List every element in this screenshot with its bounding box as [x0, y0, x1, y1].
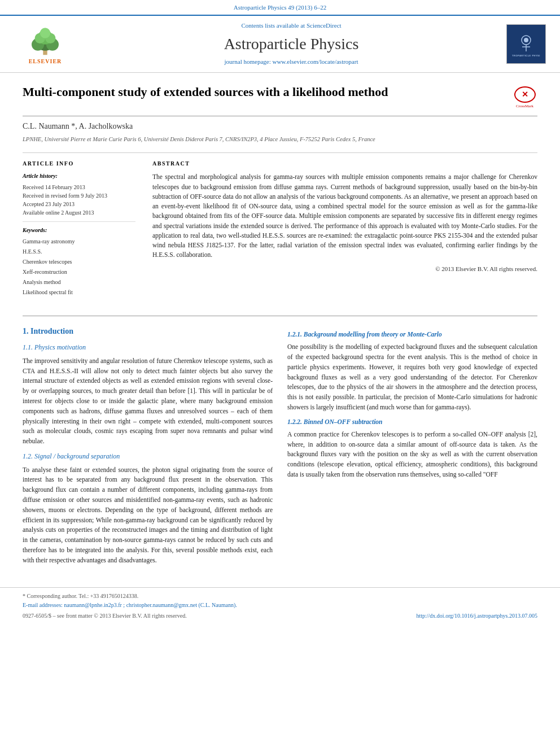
keyword-item: Xeff-reconstruction — [23, 267, 135, 277]
article-history-subsection: Article history: Received 14 February 20… — [23, 172, 135, 222]
keywords-list: Gamma-ray astronomyH.E.S.S.Cherenkov tel… — [23, 237, 135, 298]
subsection-1-2-1-para1: One possibility is the modelling of expe… — [287, 342, 537, 413]
paper-footer: * Corresponding author. Tel.: +33 491765… — [0, 587, 560, 625]
available-online-date: Available online 2 August 2013 — [23, 208, 135, 217]
body-right-col: 1.2.1. Background modelling from theory … — [287, 325, 537, 570]
doi-link[interactable]: http://dx.doi.org/10.1016/j.astropartphy… — [416, 612, 537, 621]
science-direct-anchor[interactable]: ScienceDirect — [307, 22, 342, 29]
journal-reference-bar: Astroparticle Physics 49 (2013) 6–22 — [0, 0, 560, 15]
abstract-heading: Abstract — [152, 160, 537, 168]
authors-text: C.L. Naumann *, A. Jacholkowska — [23, 122, 133, 130]
info-section: Article Info Article history: Received 1… — [23, 152, 537, 307]
email-note: (C.L. Naumann). — [198, 602, 237, 608]
abstract-text: The spectral and morphological analysis … — [152, 172, 537, 260]
email2[interactable]: christopher.naumann@gmx.net — [126, 602, 197, 608]
copyright-line: © 2013 Elsevier B.V. All rights reserved… — [152, 265, 537, 274]
email1[interactable]: naumann@lpnhe.in2p3.fr — [64, 602, 122, 608]
section-1-heading: 1. Introduction — [23, 325, 273, 338]
crossmark-circle: ✕ — [514, 86, 536, 103]
journal-header-right: ASTROPARTICLE PHYSICS — [504, 24, 549, 64]
subsection-1-2-2-heading: 1.2.2. Binned ON–OFF subtraction — [287, 417, 537, 427]
body-left-col: 1. Introduction 1.1. Physics motivation … — [23, 325, 273, 570]
crossmark-badge[interactable]: ✕ CrossMark — [512, 86, 537, 109]
journal-title: Astroparticle Physics — [85, 33, 498, 56]
keywords-subsection: Keywords: Gamma-ray astronomyH.E.S.S.Che… — [23, 226, 135, 303]
subsection-1-1-para1: The improved sensitivity and angular res… — [23, 356, 273, 447]
journal-header-center: Contents lists available at ScienceDirec… — [85, 21, 498, 67]
keyword-item: Analysis method — [23, 277, 135, 287]
svg-point-7 — [40, 28, 50, 38]
corresponding-note: * Corresponding author. Tel.: +33 491765… — [23, 592, 537, 601]
svg-point-10 — [524, 38, 528, 42]
journal-logo-left: ELSEVIER — [11, 23, 79, 66]
article-info-col: Article Info Article history: Received 1… — [23, 160, 135, 307]
paper-content: Multi-component study of extended source… — [0, 73, 560, 587]
subsection-1-2-1-heading: 1.2.1. Background modelling from theory … — [287, 330, 537, 340]
crossmark-icon: ✕ — [522, 89, 528, 101]
journal-homepage: journal homepage: www.elsevier.com/locat… — [85, 58, 498, 67]
received-revised-date: Received in revised form 9 July 2013 — [23, 191, 135, 200]
received-date: Received 14 February 2013 — [23, 183, 135, 191]
accepted-date: Accepted 23 July 2013 — [23, 200, 135, 208]
article-title: Multi-component study of extended source… — [23, 84, 512, 101]
abstract-col: Abstract The spectral and morphological … — [152, 160, 537, 307]
history-heading: Article history: — [23, 172, 135, 181]
elsevier-tree-icon — [23, 23, 68, 56]
keyword-item: Cherenkov telescopes — [23, 257, 135, 267]
elsevier-logo: ELSEVIER — [23, 23, 68, 66]
science-direct-link: Contents lists available at ScienceDirec… — [85, 21, 498, 30]
subsection-1-2-heading: 1.2. Signal / background separation — [23, 451, 273, 462]
subsection-1-2-para1: To analyse these faint or extended sourc… — [23, 465, 273, 566]
email-addresses-line: E-mail addresses: naumann@lpnhe.in2p3.fr… — [23, 601, 537, 610]
journal-issn: 0927-6505/$ – see front matter © 2013 El… — [23, 612, 187, 621]
email-label: E-mail addresses: — [23, 602, 63, 608]
subsection-1-2-2-para1: A common practice for Cherenkov telescop… — [287, 430, 537, 480]
crossmark-label: CrossMark — [516, 103, 533, 109]
journal-reference-text: Astroparticle Physics 49 (2013) 6–22 — [234, 4, 326, 11]
subsection-1-1-heading: 1.1. Physics motivation — [23, 342, 273, 353]
astroparticle-logo-icon: ASTROPARTICLE PHYSICS — [512, 30, 540, 58]
body-section: 1. Introduction 1.1. Physics motivation … — [23, 316, 537, 570]
article-title-row: Multi-component study of extended source… — [23, 84, 537, 116]
keyword-item: Gamma-ray astronomy — [23, 237, 135, 247]
elsevier-label: ELSEVIER — [29, 58, 62, 66]
footer-bottom: 0927-6505/$ – see front matter © 2013 El… — [23, 612, 537, 621]
authors-line: C.L. Naumann *, A. Jacholkowska — [23, 121, 537, 132]
affiliation-line: LPNHE, Université Pierre et Marie Curie … — [23, 135, 537, 143]
article-info-heading: Article Info — [23, 160, 135, 168]
journal-logo-box: ASTROPARTICLE PHYSICS — [506, 24, 546, 64]
svg-text:ASTROPARTICLE PHYSICS: ASTROPARTICLE PHYSICS — [512, 54, 540, 57]
keyword-item: Likelihood spectral fit — [23, 287, 135, 298]
keywords-heading: Keywords: — [23, 226, 135, 235]
keyword-item: H.E.S.S. — [23, 247, 135, 257]
journal-header: ELSEVIER Contents lists available at Sci… — [0, 15, 560, 73]
